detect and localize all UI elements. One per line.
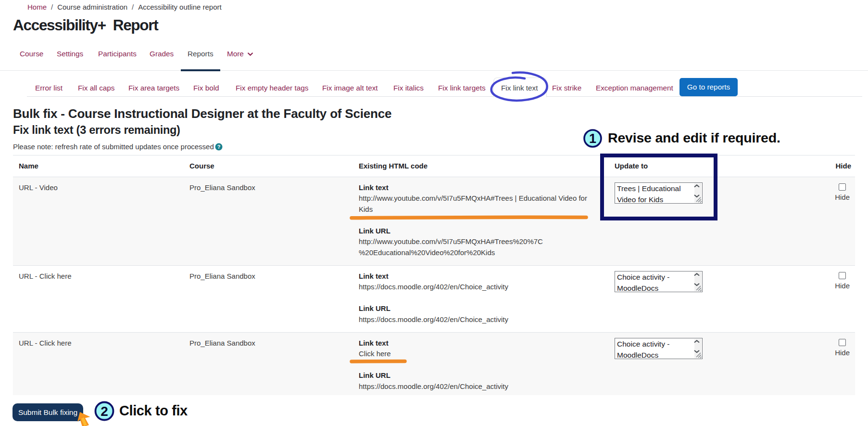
svg-text:?: ? [217,144,221,150]
svg-text:2: 2 [101,404,108,419]
svg-text:1: 1 [589,131,596,146]
